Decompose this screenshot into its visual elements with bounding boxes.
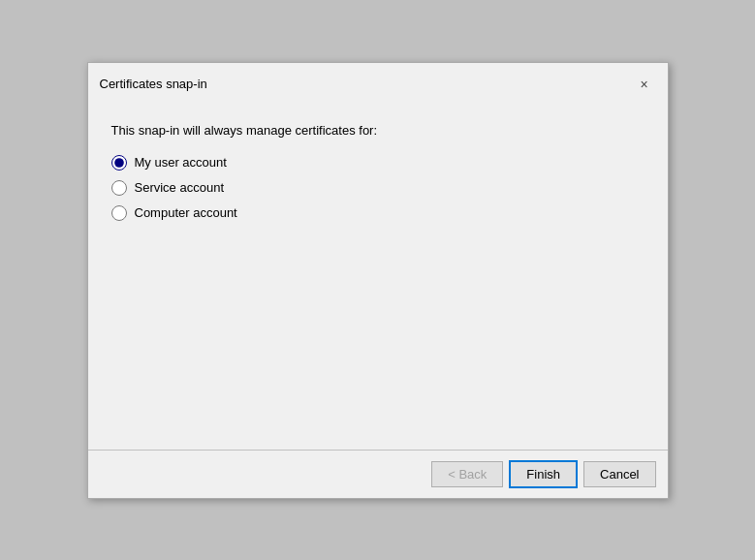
- finish-button[interactable]: Finish: [509, 460, 578, 488]
- radio-item-service[interactable]: Service account: [111, 180, 645, 196]
- dialog-window: Certificates snap-in × This snap-in will…: [87, 62, 669, 499]
- description-text: This snap-in will always manage certific…: [111, 123, 645, 138]
- back-button[interactable]: < Back: [431, 461, 503, 487]
- dialog-footer: < Back Finish Cancel: [88, 450, 668, 498]
- dialog-body: This snap-in will always manage certific…: [88, 104, 668, 450]
- radio-label-service: Service account: [135, 180, 225, 195]
- body-spacer: [111, 221, 645, 434]
- title-bar: Certificates snap-in ×: [88, 63, 668, 104]
- radio-item-computer[interactable]: Computer account: [111, 205, 645, 221]
- radio-computer[interactable]: [111, 205, 127, 221]
- radio-item-my-user[interactable]: My user account: [111, 155, 645, 171]
- close-button[interactable]: ×: [633, 73, 656, 96]
- radio-my-user[interactable]: [111, 155, 127, 171]
- radio-service[interactable]: [111, 180, 127, 196]
- cancel-button[interactable]: Cancel: [583, 461, 655, 487]
- radio-label-computer: Computer account: [135, 205, 237, 220]
- radio-label-my-user: My user account: [135, 155, 227, 170]
- dialog-title: Certificates snap-in: [100, 77, 207, 91]
- account-type-radio-group: My user account Service account Computer…: [111, 155, 645, 221]
